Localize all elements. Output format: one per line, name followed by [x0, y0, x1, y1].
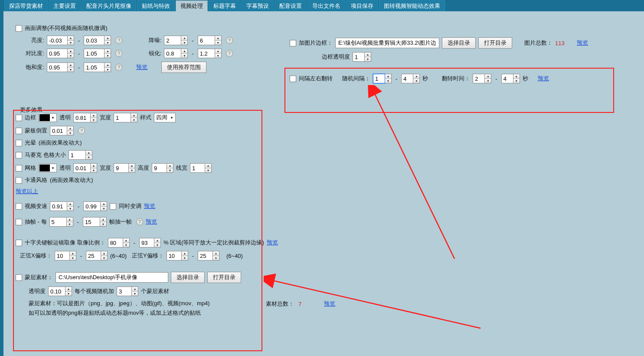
grid-width[interactable] [114, 163, 129, 173]
spinner[interactable]: ▲▼ [67, 201, 74, 211]
cartoon-checkbox[interactable] [16, 177, 22, 184]
sharpen-to[interactable] [198, 49, 215, 58]
sinx-from[interactable] [55, 251, 70, 260]
mosaic-value[interactable] [69, 150, 86, 160]
pic-border-checkbox[interactable] [290, 40, 296, 46]
spinner[interactable]: ▲▼ [91, 113, 97, 122]
spinner[interactable]: ▲▼ [182, 251, 188, 260]
spinner[interactable]: ▲▼ [413, 74, 420, 83]
brightness-to[interactable] [84, 36, 105, 45]
tab-10[interactable]: 图转视频智能动态效果 [379, 0, 445, 11]
image-adjust-checkbox[interactable] [16, 25, 22, 32]
overlay-choose-button[interactable]: 选择目录 [171, 272, 205, 283]
framedrop-from[interactable] [49, 217, 67, 227]
spinner[interactable]: ▲▼ [123, 238, 130, 247]
pic-border-choose-button[interactable]: 选择目录 [442, 37, 476, 49]
spinner[interactable]: ▲▼ [365, 52, 371, 62]
overlay-opacity[interactable] [48, 287, 65, 296]
denoise-to[interactable] [198, 36, 215, 45]
spinner[interactable]: ▲▼ [101, 251, 108, 260]
border-checkbox[interactable] [16, 115, 22, 121]
flip-time-from[interactable] [473, 74, 485, 83]
spinner[interactable]: ▲▼ [67, 126, 74, 135]
image-adjust-preview-link[interactable]: 预览 [136, 63, 147, 71]
tab-9[interactable]: 项目保存 [346, 0, 378, 11]
flip-random-from[interactable] [373, 74, 385, 83]
spinner[interactable]: ▲▼ [513, 74, 520, 83]
border-style-select[interactable]: 四周▼ [154, 113, 176, 122]
pic-border-path[interactable] [335, 38, 439, 48]
saturation-to[interactable] [84, 63, 105, 72]
tab-4[interactable]: 视频处理 [176, 0, 208, 11]
framedrop-to[interactable] [83, 217, 100, 227]
grid-linewidth[interactable] [190, 163, 205, 173]
tab-3[interactable]: 贴纸与特效 [137, 0, 175, 11]
grid-color-picker[interactable]: ▼ [39, 164, 57, 172]
flip-preview-link[interactable]: 预览 [538, 75, 549, 82]
spinner[interactable]: ▲▼ [68, 49, 74, 58]
spinner[interactable]: ▲▼ [105, 49, 111, 58]
pic-border-open-button[interactable]: 打开目录 [478, 37, 512, 49]
flip-time-to[interactable] [501, 74, 513, 83]
spinner[interactable]: ▲▼ [67, 217, 73, 227]
spinner[interactable]: ▲▼ [215, 36, 222, 45]
help-icon[interactable]: ? [115, 64, 122, 71]
border-opacity[interactable] [73, 113, 91, 122]
denoise-from[interactable] [164, 36, 181, 45]
halo-checkbox[interactable] [16, 140, 22, 146]
spinner[interactable]: ▲▼ [385, 74, 392, 83]
tab-8[interactable]: 导出文件名 [307, 0, 345, 11]
flip-random-to[interactable] [401, 74, 413, 83]
spinner[interactable]: ▲▼ [131, 113, 137, 122]
speed-preview-link[interactable]: 预览 [144, 202, 155, 210]
spinner[interactable]: ▲▼ [132, 287, 138, 296]
tab-0[interactable]: 探店带货素材 [4, 0, 48, 11]
sinx-to[interactable] [86, 251, 101, 260]
grid-opacity[interactable] [73, 163, 91, 173]
spinner[interactable]: ▲▼ [105, 63, 111, 72]
spinner[interactable]: ▲▼ [205, 163, 212, 173]
contrast-to[interactable] [84, 49, 105, 58]
keyframe-to[interactable] [139, 238, 154, 247]
siny-from[interactable] [167, 251, 182, 260]
spinner[interactable]: ▲▼ [100, 217, 107, 227]
overlay-checkbox[interactable] [16, 274, 22, 281]
help-icon[interactable]: ? [136, 218, 143, 225]
overlay-open-button[interactable]: 打开目录 [207, 272, 241, 283]
preview-above-link[interactable]: 预览以上 [16, 188, 38, 195]
border-color-picker[interactable]: ▼ [39, 113, 57, 122]
overlay-preview-link[interactable]: 预览 [324, 300, 335, 308]
help-icon[interactable]: ? [226, 50, 233, 57]
framedrop-checkbox[interactable] [16, 219, 22, 225]
use-recommended-button[interactable]: 使用推荐范围 [161, 62, 206, 73]
speed-checkbox[interactable] [16, 203, 22, 210]
mask-invert-checkbox[interactable] [16, 128, 22, 134]
help-icon[interactable]: ? [226, 37, 233, 44]
spinner[interactable]: ▲▼ [181, 36, 188, 45]
spinner[interactable]: ▲▼ [68, 36, 74, 45]
pic-border-preview-link[interactable]: 预览 [577, 39, 588, 47]
flip-checkbox[interactable] [290, 76, 296, 82]
spinner[interactable]: ▲▼ [68, 63, 74, 72]
spinner[interactable]: ▲▼ [154, 238, 161, 247]
border-width[interactable] [114, 113, 131, 122]
spinner[interactable]: ▲▼ [215, 49, 222, 58]
keyframe-preview-link[interactable]: 预览 [267, 239, 278, 247]
tab-2[interactable]: 配音片头片尾抠像 [82, 0, 136, 11]
speed-to[interactable] [83, 201, 101, 211]
brightness-from[interactable] [47, 36, 68, 45]
overlay-path[interactable] [56, 272, 168, 283]
overlay-pervideo-value[interactable] [117, 287, 132, 296]
spinner[interactable]: ▲▼ [101, 201, 107, 211]
pic-border-opacity[interactable] [353, 52, 365, 62]
sync-pitch-checkbox[interactable] [110, 203, 116, 210]
spinner[interactable]: ▲▼ [91, 163, 97, 173]
contrast-from[interactable] [47, 49, 68, 58]
grid-checkbox[interactable] [16, 165, 22, 171]
tab-6[interactable]: 字幕预设 [242, 0, 274, 11]
siny-to[interactable] [198, 251, 213, 260]
spinner[interactable]: ▲▼ [65, 287, 72, 296]
help-icon[interactable]: ? [115, 37, 122, 44]
spinner[interactable]: ▲▼ [129, 163, 135, 173]
keyframe-checkbox[interactable] [16, 240, 22, 246]
